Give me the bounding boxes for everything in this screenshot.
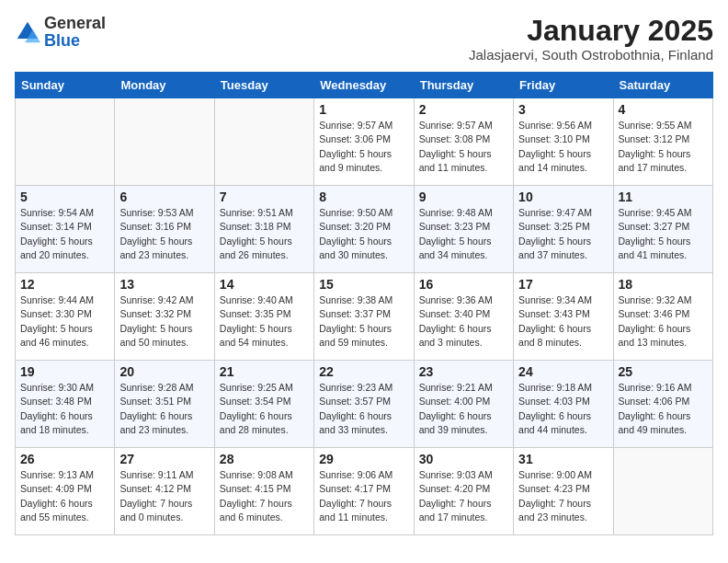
day-number: 14 <box>220 277 309 292</box>
day-number: 9 <box>419 190 508 204</box>
day-number: 11 <box>619 190 708 204</box>
calendar-cell <box>115 98 214 186</box>
day-info: Sunrise: 9:51 AM Sunset: 3:18 PM Dayligh… <box>220 206 309 262</box>
logo-blue: Blue <box>44 31 80 50</box>
day-info: Sunrise: 9:13 AM Sunset: 4:09 PM Dayligh… <box>20 468 109 524</box>
calendar-week-3: 12Sunrise: 9:44 AM Sunset: 3:30 PM Dayli… <box>16 273 713 361</box>
col-header-tuesday: Tuesday <box>214 73 313 98</box>
calendar-week-2: 5Sunrise: 9:54 AM Sunset: 3:14 PM Daylig… <box>16 186 713 273</box>
calendar-week-1: 1Sunrise: 9:57 AM Sunset: 3:06 PM Daylig… <box>16 98 713 186</box>
title-area: January 2025 Jalasjaervi, South Ostrobot… <box>469 15 713 63</box>
calendar-cell: 15Sunrise: 9:38 AM Sunset: 3:37 PM Dayli… <box>314 273 414 361</box>
day-info: Sunrise: 9:34 AM Sunset: 3:43 PM Dayligh… <box>518 293 608 350</box>
calendar-cell: 3Sunrise: 9:56 AM Sunset: 3:10 PM Daylig… <box>514 98 613 186</box>
calendar-cell: 4Sunrise: 9:55 AM Sunset: 3:12 PM Daylig… <box>613 98 712 186</box>
day-number: 26 <box>20 452 109 466</box>
day-info: Sunrise: 9:18 AM Sunset: 4:03 PM Dayligh… <box>518 381 608 437</box>
logo: General Blue <box>15 15 106 50</box>
calendar-cell: 20Sunrise: 9:28 AM Sunset: 3:51 PM Dayli… <box>115 361 214 448</box>
calendar-cell: 28Sunrise: 9:08 AM Sunset: 4:15 PM Dayli… <box>214 448 313 535</box>
day-info: Sunrise: 9:30 AM Sunset: 3:48 PM Dayligh… <box>20 381 109 437</box>
day-info: Sunrise: 9:21 AM Sunset: 4:00 PM Dayligh… <box>419 381 508 437</box>
col-header-thursday: Thursday <box>414 73 513 98</box>
day-number: 27 <box>119 452 209 466</box>
day-info: Sunrise: 9:57 AM Sunset: 3:06 PM Dayligh… <box>319 119 408 175</box>
calendar-cell: 8Sunrise: 9:50 AM Sunset: 3:20 PM Daylig… <box>314 186 414 273</box>
calendar-cell: 12Sunrise: 9:44 AM Sunset: 3:30 PM Dayli… <box>16 273 115 361</box>
calendar-cell: 29Sunrise: 9:06 AM Sunset: 4:17 PM Dayli… <box>314 448 414 535</box>
day-info: Sunrise: 9:03 AM Sunset: 4:20 PM Dayligh… <box>419 468 508 524</box>
day-number: 7 <box>220 190 309 204</box>
day-info: Sunrise: 9:28 AM Sunset: 3:51 PM Dayligh… <box>119 381 209 437</box>
day-info: Sunrise: 9:36 AM Sunset: 3:40 PM Dayligh… <box>419 293 508 350</box>
header: General Blue January 2025 Jalasjaervi, S… <box>15 15 713 63</box>
calendar-cell: 22Sunrise: 9:23 AM Sunset: 3:57 PM Dayli… <box>314 361 414 448</box>
day-number: 28 <box>220 452 309 466</box>
col-header-monday: Monday <box>115 73 214 98</box>
calendar-cell: 9Sunrise: 9:48 AM Sunset: 3:23 PM Daylig… <box>414 186 513 273</box>
calendar-cell: 1Sunrise: 9:57 AM Sunset: 3:06 PM Daylig… <box>314 98 414 186</box>
calendar-cell: 13Sunrise: 9:42 AM Sunset: 3:32 PM Dayli… <box>115 273 214 361</box>
calendar-header-row: SundayMondayTuesdayWednesdayThursdayFrid… <box>16 73 713 98</box>
logo-general: General <box>44 14 106 32</box>
location-subtitle: Jalasjaervi, South Ostrobothnia, Finland <box>469 47 713 63</box>
calendar-cell: 11Sunrise: 9:45 AM Sunset: 3:27 PM Dayli… <box>613 186 712 273</box>
calendar-cell <box>613 448 712 535</box>
calendar-cell: 24Sunrise: 9:18 AM Sunset: 4:03 PM Dayli… <box>514 361 613 448</box>
col-header-sunday: Sunday <box>16 73 115 98</box>
day-info: Sunrise: 9:32 AM Sunset: 3:46 PM Dayligh… <box>619 293 708 350</box>
day-number: 3 <box>518 102 608 117</box>
day-info: Sunrise: 9:47 AM Sunset: 3:25 PM Dayligh… <box>518 206 608 262</box>
day-info: Sunrise: 9:44 AM Sunset: 3:30 PM Dayligh… <box>20 293 109 350</box>
day-number: 21 <box>220 364 309 379</box>
calendar-cell: 6Sunrise: 9:53 AM Sunset: 3:16 PM Daylig… <box>115 186 214 273</box>
logo-icon <box>15 19 40 45</box>
day-info: Sunrise: 9:16 AM Sunset: 4:06 PM Dayligh… <box>619 381 708 437</box>
calendar-week-4: 19Sunrise: 9:30 AM Sunset: 3:48 PM Dayli… <box>16 361 713 448</box>
day-info: Sunrise: 9:55 AM Sunset: 3:12 PM Dayligh… <box>619 119 708 175</box>
calendar-cell: 18Sunrise: 9:32 AM Sunset: 3:46 PM Dayli… <box>613 273 712 361</box>
day-number: 24 <box>518 364 608 379</box>
calendar-cell: 17Sunrise: 9:34 AM Sunset: 3:43 PM Dayli… <box>514 273 613 361</box>
day-number: 13 <box>119 277 209 292</box>
day-number: 4 <box>619 102 708 117</box>
col-header-friday: Friday <box>514 73 613 98</box>
calendar-cell <box>214 98 313 186</box>
day-number: 12 <box>20 277 109 292</box>
day-number: 19 <box>20 364 109 379</box>
calendar-cell: 16Sunrise: 9:36 AM Sunset: 3:40 PM Dayli… <box>414 273 513 361</box>
calendar-cell: 19Sunrise: 9:30 AM Sunset: 3:48 PM Dayli… <box>16 361 115 448</box>
day-info: Sunrise: 9:48 AM Sunset: 3:23 PM Dayligh… <box>419 206 508 262</box>
month-title: January 2025 <box>469 15 713 47</box>
day-number: 16 <box>419 277 508 292</box>
calendar-cell: 27Sunrise: 9:11 AM Sunset: 4:12 PM Dayli… <box>115 448 214 535</box>
calendar-cell: 26Sunrise: 9:13 AM Sunset: 4:09 PM Dayli… <box>16 448 115 535</box>
calendar-cell: 31Sunrise: 9:00 AM Sunset: 4:23 PM Dayli… <box>514 448 613 535</box>
day-info: Sunrise: 9:57 AM Sunset: 3:08 PM Dayligh… <box>419 119 508 175</box>
day-number: 23 <box>419 364 508 379</box>
calendar-cell: 14Sunrise: 9:40 AM Sunset: 3:35 PM Dayli… <box>214 273 313 361</box>
calendar-cell: 23Sunrise: 9:21 AM Sunset: 4:00 PM Dayli… <box>414 361 513 448</box>
day-info: Sunrise: 9:38 AM Sunset: 3:37 PM Dayligh… <box>319 293 408 350</box>
day-number: 25 <box>619 364 708 379</box>
day-info: Sunrise: 9:25 AM Sunset: 3:54 PM Dayligh… <box>220 381 309 437</box>
calendar-cell <box>16 98 115 186</box>
day-number: 20 <box>119 364 209 379</box>
calendar: SundayMondayTuesdayWednesdayThursdayFrid… <box>15 72 713 535</box>
day-number: 2 <box>419 102 508 117</box>
calendar-cell: 30Sunrise: 9:03 AM Sunset: 4:20 PM Dayli… <box>414 448 513 535</box>
day-info: Sunrise: 9:08 AM Sunset: 4:15 PM Dayligh… <box>220 468 309 524</box>
day-number: 22 <box>319 364 408 379</box>
col-header-wednesday: Wednesday <box>314 73 414 98</box>
day-info: Sunrise: 9:42 AM Sunset: 3:32 PM Dayligh… <box>119 293 209 350</box>
day-info: Sunrise: 9:45 AM Sunset: 3:27 PM Dayligh… <box>619 206 708 262</box>
day-number: 15 <box>319 277 408 292</box>
calendar-cell: 25Sunrise: 9:16 AM Sunset: 4:06 PM Dayli… <box>613 361 712 448</box>
day-info: Sunrise: 9:53 AM Sunset: 3:16 PM Dayligh… <box>119 206 209 262</box>
day-info: Sunrise: 9:11 AM Sunset: 4:12 PM Dayligh… <box>119 468 209 524</box>
day-number: 10 <box>518 190 608 204</box>
day-info: Sunrise: 9:56 AM Sunset: 3:10 PM Dayligh… <box>518 119 608 175</box>
day-number: 29 <box>319 452 408 466</box>
col-header-saturday: Saturday <box>613 73 712 98</box>
calendar-cell: 2Sunrise: 9:57 AM Sunset: 3:08 PM Daylig… <box>414 98 513 186</box>
